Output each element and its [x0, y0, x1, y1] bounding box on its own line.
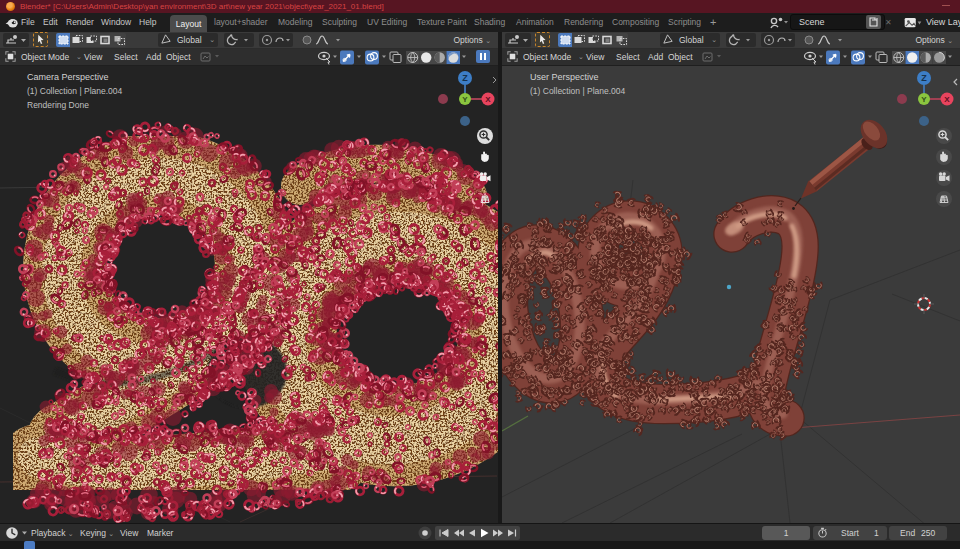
svg-text:(1) Collection | Plane.004: (1) Collection | Plane.004	[530, 86, 626, 96]
svg-text:(1) Collection | Plane.004: (1) Collection | Plane.004	[27, 86, 123, 96]
svg-text:Z: Z	[921, 73, 927, 83]
svg-text:Z: Z	[462, 73, 468, 83]
svg-text:X: X	[485, 95, 491, 104]
svg-text:Y: Y	[921, 95, 927, 104]
svg-text:Y: Y	[462, 95, 468, 104]
svg-text:User Perspective: User Perspective	[530, 72, 599, 82]
svg-text:X: X	[944, 95, 950, 104]
svg-text:Rendering Done: Rendering Done	[27, 100, 89, 110]
svg-text:Camera Perspective: Camera Perspective	[27, 72, 109, 82]
